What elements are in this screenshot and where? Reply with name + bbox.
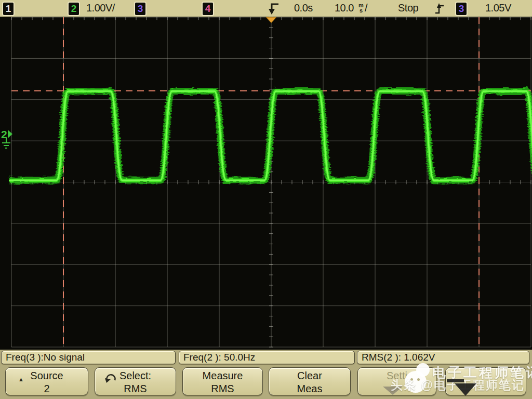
softkey-select-label: Select: bbox=[119, 370, 151, 381]
delay-time-readout: 0.0s bbox=[294, 2, 313, 14]
channel-1-badge: 1 bbox=[2, 2, 15, 16]
waveform-display-area: 2 bbox=[0, 17, 532, 350]
softkey-measure[interactable]: Measure RMS bbox=[182, 367, 263, 395]
timebase-unit: m s bbox=[358, 3, 364, 13]
softkey-more[interactable] bbox=[445, 367, 526, 395]
trigger-level-readout: 1.05V bbox=[485, 2, 511, 14]
up-triangle-icon: ▲ bbox=[18, 373, 24, 386]
ch2-ground-marker: 2 bbox=[1, 128, 12, 148]
softkey-clear-label: Clear bbox=[297, 370, 322, 381]
down-triangle-icon bbox=[383, 387, 403, 395]
channel-4-badge: 4 bbox=[202, 2, 214, 16]
softkey-clear-value: Meas bbox=[269, 382, 350, 395]
channel-2-badge: 2 bbox=[68, 2, 80, 16]
softkey-settings-label: Setti bbox=[387, 370, 407, 381]
top-readout-bar: 1 2 1.00V/ 3 4 0.0s 10.0 m s / Stop 3 1.… bbox=[0, 0, 532, 17]
ch2-marker-arrow-icon bbox=[8, 130, 12, 138]
softkey-settings[interactable]: Setti bbox=[357, 367, 436, 395]
timebase-unit-s: s bbox=[360, 7, 363, 14]
trigger-source-badge: 3 bbox=[455, 2, 468, 16]
bottom-panel: Freq(3 ):No signal Freq(2 ): 50.0Hz RMS(… bbox=[0, 350, 532, 399]
softkey-select[interactable]: Select: RMS bbox=[95, 367, 176, 395]
softkey-source-label: Source bbox=[30, 370, 63, 381]
softkey-measure-label: Measure bbox=[203, 370, 243, 381]
timebase-slash: / bbox=[365, 2, 367, 14]
channel-3-badge: 3 bbox=[134, 2, 147, 16]
trigger-position-marker bbox=[266, 17, 276, 23]
scope-display: 2 bbox=[0, 17, 532, 350]
time-reference-arrow-icon bbox=[265, 2, 280, 16]
softkey-measure-value: RMS bbox=[183, 382, 262, 395]
ch2-trace-group bbox=[9, 91, 532, 180]
trigger-slope-rising-icon bbox=[434, 2, 445, 15]
oscilloscope-screenshot: 1 2 1.00V/ 3 4 0.0s 10.0 m s / Stop 3 1.… bbox=[0, 0, 532, 399]
softkey-source[interactable]: ▲ Source 2 bbox=[5, 367, 88, 395]
measurement-rms2: RMS(2 ): 1.062V bbox=[357, 351, 529, 364]
softkey-clear-meas[interactable]: Clear Meas bbox=[269, 367, 351, 395]
run-state: Stop bbox=[398, 2, 418, 14]
measurement-freq2: Freq(2 ): 50.0Hz bbox=[179, 351, 355, 364]
timebase-readout: 10.0 bbox=[335, 2, 354, 14]
channel-2-scale: 1.00V/ bbox=[86, 2, 115, 14]
rotate-knob-icon bbox=[104, 372, 118, 384]
measurement-freq3: Freq(3 ):No signal bbox=[1, 351, 176, 364]
